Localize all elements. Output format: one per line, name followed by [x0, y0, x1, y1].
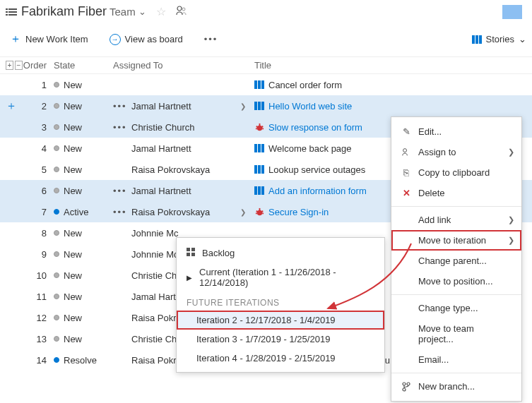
state-cell: New	[54, 249, 113, 260]
assigned-cell: Jamal Hartnett	[131, 186, 240, 196]
move-toT-iteration-item[interactable]: Move to iteration❯	[391, 230, 521, 251]
move-position-item[interactable]: Move to position...	[391, 271, 521, 291]
ellipsis-icon: •••	[204, 34, 218, 44]
state-dot-icon	[54, 294, 59, 299]
expand-collapse-buttons[interactable]: +−	[6, 61, 23, 70]
email-item[interactable]: Email...	[391, 349, 521, 370]
title-cell[interactable]: Hello World web site	[254, 101, 526, 112]
svg-rect-4	[6, 14, 8, 16]
state-dot-icon	[54, 357, 59, 363]
plus-icon: ＋	[10, 32, 21, 47]
svg-rect-1	[8, 8, 17, 10]
row-actions-button[interactable]: •••	[113, 207, 131, 217]
current-iteration-item[interactable]: ▶ Current (Iteration 1 - 11/26/2018 - 12…	[177, 263, 384, 292]
copy-clipboard-item[interactable]: ⎘Copy to clipboard	[391, 162, 521, 183]
state-dot-icon	[54, 124, 59, 130]
assign-to-item[interactable]: Assign to❯	[391, 142, 521, 162]
order-cell: 12	[23, 313, 54, 323]
table-row[interactable]: ＋2New•••Jamal Hartnett❯Hello World web s…	[0, 95, 532, 116]
story-icon	[254, 101, 264, 111]
separator	[391, 206, 521, 207]
row-actions-button[interactable]: •••	[113, 122, 131, 133]
state-dot-icon	[54, 336, 59, 342]
pencil-icon: ✎	[401, 127, 411, 137]
state-dot-icon	[54, 145, 59, 151]
people-icon[interactable]	[176, 6, 187, 18]
edit-item[interactable]: ✎Edit...	[391, 121, 521, 142]
backlog-item[interactable]: Backlog	[177, 243, 384, 263]
change-parent-item[interactable]: Change parent...	[391, 251, 521, 271]
blank-icon	[401, 215, 411, 225]
col-state[interactable]: State	[54, 60, 113, 71]
add-link-item[interactable]: Add link❯	[391, 210, 521, 230]
backlog-icon	[187, 248, 195, 258]
move-team-item[interactable]: Move to team project...	[391, 318, 521, 349]
state-cell: Active	[54, 207, 113, 217]
iteration-2-item[interactable]: Iteration 2 - 12/17/2018 - 1/4/2019	[177, 311, 384, 330]
state-dot-icon	[54, 230, 59, 236]
assigned-cell: Raisa Pokrovskaya	[131, 207, 240, 217]
state-dot-icon	[54, 188, 59, 193]
svg-rect-44	[191, 253, 195, 256]
expand-row-button[interactable]: ❯	[240, 208, 254, 216]
future-iterations-label: FUTURE ITERATIONS	[177, 292, 384, 311]
state-text: New	[64, 80, 82, 90]
row-actions-button[interactable]: •••	[113, 101, 131, 112]
state-text: New	[64, 334, 82, 344]
order-cell: 3	[23, 122, 54, 133]
col-assigned[interactable]: Assigned To	[113, 60, 240, 71]
row-actions-button[interactable]: •••	[113, 186, 131, 196]
move-team-label: Move to team project...	[418, 323, 512, 344]
change-type-item[interactable]: Change type...	[391, 298, 521, 318]
delete-item[interactable]: ✕Delete	[391, 183, 521, 203]
order-cell: 1	[23, 80, 54, 90]
state-dot-icon	[54, 82, 59, 88]
state-text: New	[64, 270, 82, 281]
page-header: Fabrikam Fiber Team ⌄ ☆	[0, 0, 532, 26]
view-as-board-button[interactable]: →View as board	[105, 31, 187, 48]
expand-row-button[interactable]: ❯	[240, 102, 254, 110]
state-dot-icon	[54, 167, 59, 172]
svg-rect-11	[254, 80, 257, 89]
story-icon	[254, 143, 264, 153]
table-header: +− Order State Assigned To Title	[0, 57, 532, 74]
assigned-cell: Jamal Hartnett	[131, 101, 240, 112]
stories-dropdown[interactable]: Stories ⌄	[472, 34, 526, 44]
title-text: Hello World web site	[268, 101, 352, 112]
stories-icon	[472, 35, 482, 44]
team-name[interactable]: Fabrikam Fiber	[21, 4, 107, 19]
assigned-cell: Jamal Hartnett	[131, 143, 240, 154]
blank-icon	[401, 256, 411, 266]
iteration-4-item[interactable]: Iteration 4 - 1/28/2019 - 2/15/2019	[177, 349, 384, 368]
chevron-down-icon[interactable]: ⌄	[138, 6, 146, 17]
state-text: New	[64, 291, 82, 302]
person-icon	[401, 148, 411, 157]
col-order[interactable]: Order	[23, 60, 54, 71]
title-cell[interactable]: Cancel order form	[254, 80, 526, 90]
order-cell: 9	[23, 249, 54, 260]
move-iteration-label: Move to iteration	[418, 235, 486, 246]
table-row[interactable]: 1NewCancel order form	[0, 74, 532, 95]
svg-point-47	[407, 383, 410, 385]
iteration-3-item[interactable]: Iteration 3 - 1/7/2019 - 1/25/2019	[177, 330, 384, 349]
state-cell: New	[54, 101, 113, 112]
new-branch-item[interactable]: New branch...	[391, 376, 521, 397]
expand-all-icon[interactable]: +	[6, 61, 13, 70]
svg-rect-2	[6, 11, 8, 13]
blank-icon	[401, 303, 411, 313]
favorite-star-icon[interactable]: ☆	[156, 5, 166, 18]
email-label: Email...	[418, 354, 449, 365]
col-title[interactable]: Title	[254, 60, 526, 71]
add-child-button[interactable]: ＋	[6, 99, 23, 114]
team-suffix[interactable]: Team	[110, 6, 136, 18]
title-text: Cancel order form	[268, 80, 342, 90]
state-text: New	[64, 186, 82, 196]
collapse-all-icon[interactable]: −	[15, 61, 23, 70]
state-dot-icon	[54, 251, 59, 257]
more-actions-button[interactable]: •••	[200, 31, 223, 47]
state-text: New	[64, 249, 82, 260]
state-cell: New	[54, 164, 113, 175]
story-icon	[254, 186, 264, 196]
new-work-item-button[interactable]: ＋New Work Item	[6, 29, 93, 49]
stories-label: Stories	[486, 34, 514, 44]
